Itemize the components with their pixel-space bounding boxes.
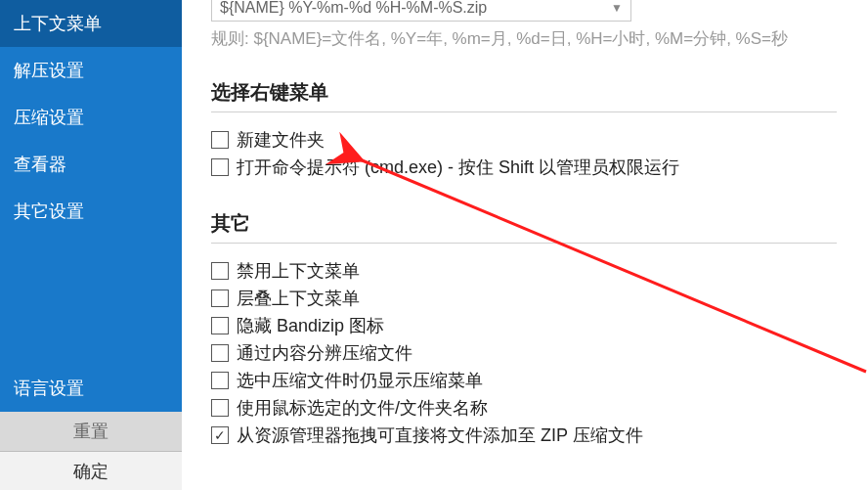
- main-panel: ${NAME} %Y-%m-%d %H-%M-%S.zip ▼ 规则: ${NA…: [182, 0, 868, 490]
- filename-format-value: ${NAME} %Y-%m-%d %H-%M-%S.zip: [220, 0, 487, 17]
- cb-open-cmd-row: 打开命令提示符 (cmd.exe) - 按住 Shift 以管理员权限运行: [211, 154, 868, 181]
- cb-cascade-ctx-label: 层叠上下文菜单: [237, 287, 360, 310]
- cb-detect-content-row: 通过内容分辨压缩文件: [211, 339, 868, 367]
- sidebar: 上下文菜单 解压设置 压缩设置 查看器 其它设置 语言设置 重置 确定: [0, 0, 182, 490]
- cb-new-folder[interactable]: [211, 131, 229, 149]
- cb-disable-ctx-label: 禁用上下文菜单: [237, 259, 360, 283]
- divider: [211, 111, 837, 112]
- cb-show-menu-row: 选中压缩文件时仍显示压缩菜单: [211, 367, 868, 394]
- sidebar-item-other[interactable]: 其它设置: [0, 188, 182, 235]
- cb-hide-icon-row: 隐藏 Bandizip 图标: [211, 312, 868, 339]
- cb-disable-ctx-row: 禁用上下文菜单: [211, 257, 868, 285]
- chevron-down-icon: ▼: [611, 1, 623, 15]
- cb-hide-icon[interactable]: [211, 317, 229, 334]
- other-list: 禁用上下文菜单层叠上下文菜单隐藏 Bandizip 图标通过内容分辨压缩文件选中…: [211, 257, 868, 449]
- cb-detect-content[interactable]: [211, 344, 229, 362]
- section-title-other: 其它: [211, 210, 868, 237]
- sidebar-item-compress[interactable]: 压缩设置: [0, 94, 182, 141]
- format-rule-text: 规则: ${NAME}=文件名, %Y=年, %m=月, %d=日, %H=小时…: [211, 27, 868, 50]
- sidebar-item-context-menu[interactable]: 上下文菜单: [0, 0, 182, 47]
- cb-drag-zip-label: 从资源管理器拖拽可直接将文件添加至 ZIP 压缩文件: [237, 423, 643, 447]
- right-click-list: 新建文件夹打开命令提示符 (cmd.exe) - 按住 Shift 以管理员权限…: [211, 126, 868, 181]
- cb-mouse-name-label: 使用鼠标选定的文件/文件夹名称: [237, 396, 488, 420]
- cb-cascade-ctx-row: 层叠上下文菜单: [211, 285, 868, 312]
- cb-new-folder-row: 新建文件夹: [211, 126, 868, 154]
- cb-cascade-ctx[interactable]: [211, 290, 229, 307]
- cb-open-cmd[interactable]: [211, 158, 229, 176]
- cb-show-menu-label: 选中压缩文件时仍显示压缩菜单: [237, 369, 483, 392]
- ok-button[interactable]: 确定: [0, 451, 182, 490]
- cb-mouse-name[interactable]: [211, 399, 229, 417]
- sidebar-item-extract[interactable]: 解压设置: [0, 47, 182, 94]
- cb-drag-zip[interactable]: [211, 426, 229, 444]
- cb-hide-icon-label: 隐藏 Bandizip 图标: [237, 314, 384, 337]
- section-title-right-click: 选择右键菜单: [211, 79, 868, 106]
- cb-detect-content-label: 通过内容分辨压缩文件: [237, 341, 412, 365]
- divider: [211, 243, 837, 244]
- reset-button[interactable]: 重置: [0, 412, 182, 451]
- cb-drag-zip-row: 从资源管理器拖拽可直接将文件添加至 ZIP 压缩文件: [211, 422, 868, 449]
- cb-mouse-name-row: 使用鼠标选定的文件/文件夹名称: [211, 394, 868, 422]
- cb-show-menu[interactable]: [211, 372, 229, 389]
- cb-open-cmd-label: 打开命令提示符 (cmd.exe) - 按住 Shift 以管理员权限运行: [237, 156, 679, 179]
- cb-new-folder-label: 新建文件夹: [237, 128, 325, 152]
- sidebar-item-language[interactable]: 语言设置: [0, 365, 182, 412]
- sidebar-item-viewer[interactable]: 查看器: [0, 141, 182, 188]
- filename-format-select[interactable]: ${NAME} %Y-%m-%d %H-%M-%S.zip ▼: [211, 0, 631, 22]
- cb-disable-ctx[interactable]: [211, 262, 229, 280]
